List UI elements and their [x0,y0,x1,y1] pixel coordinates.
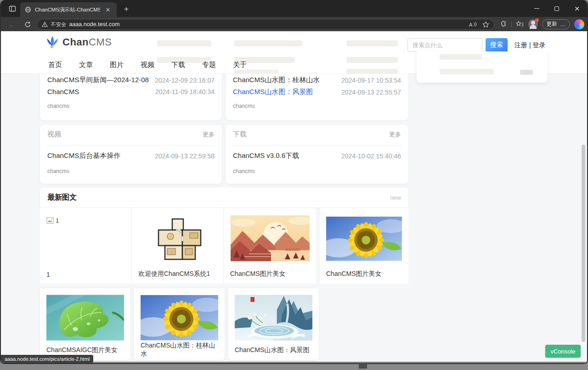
address-bar[interactable]: 不安全 aaaa.node.test.com A [37,19,494,30]
auth-links[interactable]: 注册 | 登录 [514,41,545,50]
browser-titlebar: ChanCMS演示站-ChanCMS ✕ + ✕ [1,0,587,17]
back-icon[interactable]: ← [6,19,17,30]
nav-item-download[interactable]: 下载 [171,61,185,69]
article-source: chancms [47,168,69,174]
profile-alert-badge [535,18,539,22]
ghost-line [346,40,398,46]
gallery-caption[interactable]: 1 [46,271,125,278]
ghost-line [440,54,482,60]
broken-image-icon [46,217,54,224]
update-label: 更新 [547,21,557,28]
gallery-card-sunflower-1[interactable]: ChanCMS图片美女 [320,207,408,284]
gallery-card-sunflower-2[interactable]: ChanCMS山水图：桂林山水 [134,288,225,360]
window-edge-notch [359,364,367,369]
list-item[interactable]: ChanCMS v3.0.6下载 2024-10-02 15:40:46 [233,151,401,160]
browser-toolbar: ← 不安全 aaaa.node.test.com A 更新 … [1,17,587,31]
gallery-caption[interactable]: ChanCMS图片美女 [326,270,402,278]
extensions-puzzle-icon[interactable] [499,20,507,28]
article-title[interactable]: ChanCMS [47,88,79,95]
gallery-caption[interactable]: ChanCMS山水图：桂林山水 [141,342,218,358]
tab-close-icon[interactable]: ✕ [104,6,112,14]
list-item[interactable]: ChanCMS山水图：风景图 2024-09-13 22:55:57 [233,88,401,96]
close-button[interactable]: ✕ [567,0,587,17]
workspaces-icon[interactable] [7,4,17,14]
divider [233,145,401,146]
gallery-caption[interactable]: 欢迎使用ChanCMS系统1 [138,270,217,278]
nav-item-pictures[interactable]: 图片 [110,61,124,69]
download-card: 下载 更多 ChanCMS v3.0.6下载 2024-10-02 15:40:… [226,125,408,184]
login-link[interactable]: 登录 [532,41,545,49]
nav-item-topics[interactable]: 专题 [202,61,216,69]
browser-tab[interactable]: ChanCMS演示站-ChanCMS ✕ [20,2,117,17]
article-title[interactable]: ChanCMS后台基本操作 [47,151,120,160]
new-tab-button[interactable]: + [121,4,131,14]
section-title: 下载 [233,130,247,139]
copilot-icon[interactable] [574,19,584,29]
article-title[interactable]: ChanCMS v3.0.6下载 [233,151,299,160]
more-link[interactable]: 更多 [203,130,215,139]
ghost-line [157,40,211,46]
gallery-card-leaf[interactable]: ChanCMSAIGC图片美女 [40,288,130,360]
more-link[interactable]: 更多 [389,130,401,139]
favorites-collections-icon[interactable] [516,21,524,28]
gallery-card-landscape[interactable]: ChanCMS山水图：风景图 [228,288,319,360]
sunflower-image [141,294,218,342]
gallery-caption[interactable]: ChanCMS图片美女 [230,270,310,278]
search-input[interactable] [407,38,482,52]
gallery-card-mountain[interactable]: ChanCMS图片美女 [224,207,316,284]
maximize-button[interactable] [547,0,567,17]
gallery-card-broken[interactable]: 1 1 [40,207,132,284]
list-item[interactable]: ChanCMS早间新闻—2024-12-08 2024-12-09 23:16:… [47,76,215,84]
nav-item-articles[interactable]: 文章 [79,61,93,69]
vconsole-button[interactable]: vConsole [545,345,581,358]
security-label[interactable]: 不安全 [51,21,67,28]
gallery-card-floorplan[interactable]: 欢迎使用ChanCMS系统1 [132,207,224,284]
gallery-row: ChanCMSAIGC图片美女 [40,288,319,360]
favorite-star-icon[interactable] [482,21,489,28]
url-text[interactable]: aaaa.node.test.com [69,21,120,28]
gallery-row: 1 1 [40,207,408,284]
svg-text:A: A [469,22,473,28]
register-link[interactable]: 注册 [514,41,527,49]
ink-landscape-image [235,294,312,342]
ghost-line [520,70,533,75]
article-title[interactable]: ChanCMS早间新闻—2024-12-08 [47,76,149,84]
browser-update-button[interactable]: 更新 … [542,19,571,29]
list-item[interactable]: ChanCMS山水图：桂林山水 2024-09-17 10:53:54 [233,76,401,84]
read-aloud-icon[interactable]: A [469,21,477,28]
browser-window: ChanCMS演示站-ChanCMS ✕ + ✕ ← 不安全 aaaa.node… [0,0,588,364]
divider [47,145,215,146]
green-leaf-image [46,294,124,342]
gallery-caption[interactable]: ChanCMSAIGC图片美女 [46,346,124,354]
sidebar-card [417,51,548,83]
gallery-caption[interactable]: ChanCMS山水图：风景图 [235,346,312,354]
ghost-line [234,70,278,73]
nav-item-home[interactable]: 首页 [48,61,62,69]
tab-title: ChanCMS演示站-ChanCMS [35,6,100,13]
not-secure-warning-icon [42,22,48,27]
ghost-line [346,69,398,74]
vertical-scrollbar[interactable] [582,145,585,342]
browser-menu-dots[interactable]: … [560,22,566,27]
list-item[interactable]: ChanCMS后台基本操作 2024-09-13 22:59:58 [47,151,215,160]
article-date: 2024-11-09 18:40:34 [155,88,215,95]
list-item[interactable]: ChanCMS 2024-11-09 18:40:34 [47,88,215,95]
site-logo[interactable]: ChanCMS [45,36,112,49]
web-page: ChanCMS 首页 文章 图片 视频 下载 专题 关于 搜索 注册 | 登录 [1,31,587,363]
article-link-hovered[interactable]: ChanCMS山水图：风景图 [233,88,313,96]
globe-favicon-icon [25,6,31,13]
minimize-button[interactable] [526,0,547,17]
main-nav: 首页 文章 图片 视频 下载 专题 关于 [48,61,247,69]
floor-plan-image [152,216,204,262]
news-card: ChanCMS早间新闻—2024-12-08 2024-12-09 23:16:… [40,73,222,120]
nav-item-video[interactable]: 视频 [141,61,154,69]
ghost-line [440,69,494,74]
auth-sep: | [527,41,532,49]
article-title[interactable]: ChanCMS山水图：桂林山水 [233,76,320,84]
profile-avatar[interactable] [528,19,538,29]
article-date: 2024-09-17 10:53:54 [341,77,401,84]
refresh-icon[interactable] [22,19,33,30]
search-button[interactable]: 搜索 [486,38,508,52]
nav-item-about[interactable]: 关于 [233,61,247,69]
ghost-line [346,57,398,63]
